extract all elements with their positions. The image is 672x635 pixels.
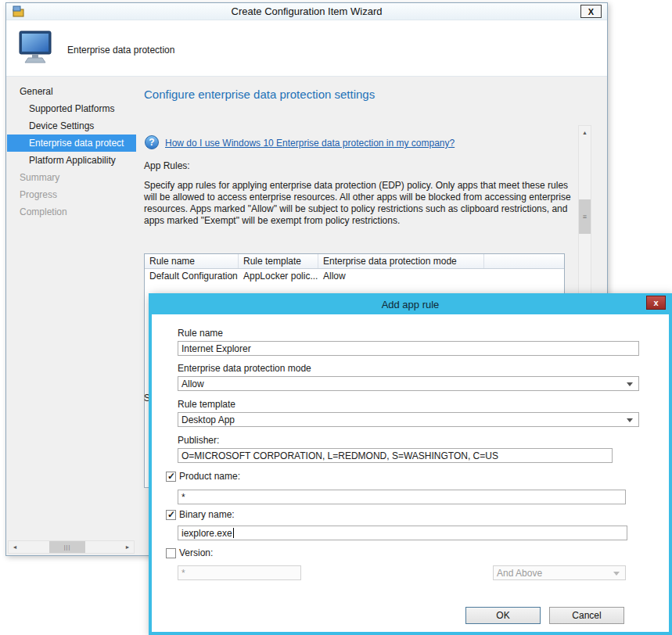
binary-name-label: Binary name: bbox=[179, 509, 235, 520]
scroll-left-icon[interactable] bbox=[9, 541, 21, 553]
version-checkbox[interactable] bbox=[166, 548, 176, 558]
app-rules-description: Specify app rules for applying enterpris… bbox=[144, 180, 582, 227]
scroll-up-icon[interactable] bbox=[579, 126, 591, 138]
cell-edp-mode: Allow bbox=[318, 269, 484, 283]
computer-icon bbox=[18, 30, 56, 68]
cell-empty bbox=[484, 269, 564, 283]
sidebar-item-enterprise-data-protection[interactable]: Enterprise data protect bbox=[7, 135, 136, 152]
rule-template-label: Rule template bbox=[178, 399, 235, 410]
ok-button[interactable]: OK bbox=[465, 607, 541, 624]
vertical-scrollbar-thumb[interactable] bbox=[579, 199, 591, 234]
close-icon[interactable]: X bbox=[580, 5, 602, 18]
sidebar-item-device-settings[interactable]: Device Settings bbox=[7, 117, 136, 135]
sidebar-item-general[interactable]: General bbox=[7, 83, 136, 100]
wizard-sidebar: General Supported Platforms Device Setti… bbox=[7, 83, 136, 221]
rule-template-select[interactable]: Desktop App bbox=[178, 412, 639, 427]
sidebar-item-supported-platforms[interactable]: Supported Platforms bbox=[7, 100, 136, 117]
wizard-banner: Enterprise data protection bbox=[6, 20, 607, 77]
add-app-rule-dialog: Add app rule x Rule name Internet Explor… bbox=[149, 293, 672, 635]
binary-name-checkbox[interactable] bbox=[166, 510, 176, 520]
column-header-edp-mode[interactable]: Enterprise data protection mode bbox=[318, 254, 484, 268]
wizard-step-label: Enterprise data protection bbox=[67, 45, 174, 56]
sidebar-item-completion: Completion bbox=[7, 203, 136, 221]
page-title: Configure enterprise data protection set… bbox=[144, 88, 375, 101]
help-icon: ? bbox=[145, 135, 159, 149]
publisher-input[interactable]: O=MICROSOFT CORPORATION, L=REDMOND, S=WA… bbox=[178, 448, 613, 463]
sidebar-item-platform-applicability[interactable]: Platform Applicability bbox=[7, 152, 136, 169]
edp-mode-select[interactable]: Allow bbox=[178, 376, 639, 391]
help-link[interactable]: How do I use Windows 10 Enterprise data … bbox=[165, 138, 455, 149]
cell-rule-name: Default Configuration ... bbox=[145, 269, 239, 283]
column-header-rule-name[interactable]: Rule name bbox=[145, 254, 239, 268]
cancel-button[interactable]: Cancel bbox=[549, 607, 624, 624]
edp-mode-value: Allow bbox=[181, 378, 204, 389]
window-title: Create Configuration Item Wizard bbox=[6, 5, 607, 17]
product-name-input[interactable]: * bbox=[178, 490, 626, 504]
wizard-titlebar: Create Configuration Item Wizard X bbox=[6, 3, 607, 20]
sidebar-item-summary: Summary bbox=[7, 169, 136, 186]
version-label: Version: bbox=[179, 547, 213, 558]
dialog-title: Add app rule bbox=[152, 299, 669, 310]
cell-rule-template: AppLocker polic... bbox=[239, 269, 318, 283]
desktop: Create Configuration Item Wizard X Ent bbox=[0, 0, 672, 635]
column-header-empty bbox=[484, 254, 564, 268]
column-header-rule-template[interactable]: Rule template bbox=[239, 254, 318, 268]
publisher-label: Publisher: bbox=[178, 435, 219, 446]
horizontal-scrollbar-thumb[interactable] bbox=[49, 541, 85, 553]
product-name-label: Product name: bbox=[179, 471, 240, 482]
app-rules-label: App Rules: bbox=[144, 160, 190, 171]
product-name-checkbox[interactable] bbox=[166, 472, 176, 482]
sidebar-horizontal-scrollbar[interactable] bbox=[8, 540, 135, 554]
horizontal-scrollbar-track[interactable] bbox=[21, 541, 121, 553]
edp-mode-label: Enterprise data protection mode bbox=[178, 363, 311, 374]
dialog-titlebar: Add app rule x bbox=[152, 296, 669, 314]
table-row[interactable]: Default Configuration ... AppLocker poli… bbox=[145, 269, 564, 283]
version-modifier-value: And Above bbox=[497, 568, 542, 579]
close-icon[interactable]: x bbox=[646, 296, 666, 310]
rule-template-value: Desktop App bbox=[181, 414, 235, 425]
version-modifier-select: And Above bbox=[493, 565, 626, 580]
binary-name-value: iexplore.exe bbox=[181, 528, 232, 539]
version-input: * bbox=[178, 565, 301, 580]
rule-name-label: Rule name bbox=[178, 328, 223, 339]
scroll-right-icon[interactable] bbox=[121, 541, 134, 553]
sidebar-item-progress: Progress bbox=[7, 186, 136, 203]
rule-name-input[interactable]: Internet Explorer bbox=[178, 341, 639, 356]
table-header: Rule name Rule template Enterprise data … bbox=[145, 254, 564, 269]
text-cursor bbox=[233, 528, 234, 538]
binary-name-input[interactable]: iexplore.exe bbox=[178, 526, 627, 540]
